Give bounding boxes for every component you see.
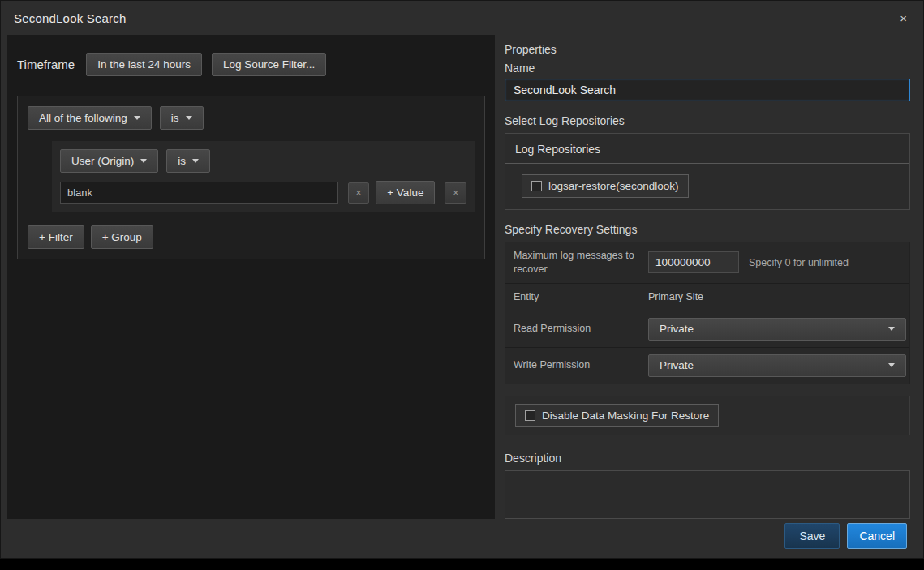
checkbox-unchecked-icon[interactable] — [525, 410, 535, 421]
read-permission-value: Private — [660, 323, 694, 335]
disable-data-masking-checkbox[interactable]: Disable Data Masking For Restore — [515, 404, 719, 427]
timeframe-label: Timeframe — [17, 58, 75, 71]
checkbox-unchecked-icon[interactable] — [531, 181, 542, 191]
screen: SecondLook Search × Timeframe In the las… — [0, 0, 924, 570]
filter-group-header: All of the following is — [28, 106, 475, 130]
filter-rule-header: User (Origin) is — [60, 149, 466, 173]
close-icon[interactable]: × — [896, 11, 910, 26]
write-permission-value: Private — [660, 359, 694, 371]
table-row-write-permission: Write Permission Private — [505, 348, 909, 384]
rule-condition-label: is — [178, 155, 186, 167]
read-permission-label: Read Permission — [505, 315, 648, 342]
data-masking-band: Disable Data Masking For Restore — [505, 396, 910, 435]
max-messages-hint: Specify 0 for unlimited — [749, 257, 849, 268]
log-source-filter-button-label: Log Source Filter... — [223, 58, 315, 71]
repository-checkbox-item[interactable]: logsar-restore(secondlook) — [522, 174, 689, 198]
filter-panel: Timeframe In the last 24 hours Log Sourc… — [7, 35, 495, 519]
repository-item-label: logsar-restore(secondlook) — [548, 180, 679, 192]
group-operator-label: All of the following — [39, 112, 127, 124]
clear-value-icon[interactable]: × — [348, 182, 370, 204]
timeframe-button[interactable]: In the last 24 hours — [86, 53, 202, 76]
table-row-max-messages: Maximum log messages to recover Specify … — [505, 242, 909, 284]
name-input[interactable] — [505, 79, 910, 101]
filter-group-box: All of the following is User (Origin) — [17, 96, 485, 259]
properties-heading: Properties — [505, 43, 910, 56]
read-permission-value-cell: Private — [648, 311, 909, 347]
dialog-footer: Save Cancel — [1, 519, 923, 558]
write-permission-label: Write Permission — [505, 352, 648, 379]
properties-panel: Properties Name Select Log Repositories … — [505, 35, 910, 519]
max-messages-label: Maximum log messages to recover — [505, 242, 648, 283]
max-messages-value-cell: Specify 0 for unlimited — [648, 245, 909, 280]
timeframe-button-label: In the last 24 hours — [97, 58, 191, 71]
chevron-down-icon — [888, 363, 895, 367]
filter-rule-value-row: × + Value × — [60, 181, 466, 204]
group-operator-dropdown[interactable]: All of the following — [28, 106, 152, 130]
add-filter-button-label: + Filter — [39, 231, 73, 243]
log-repositories-box: Log Repositories logsar-restore(secondlo… — [505, 133, 910, 210]
write-permission-dropdown[interactable]: Private — [648, 354, 906, 377]
read-permission-dropdown[interactable]: Private — [648, 318, 906, 341]
entity-value-cell: Primary Site — [648, 285, 909, 309]
save-button[interactable]: Save — [784, 523, 840, 549]
name-label: Name — [505, 62, 910, 75]
max-messages-input[interactable] — [648, 251, 739, 273]
filter-group-actions: + Filter + Group — [28, 225, 475, 249]
log-source-filter-button[interactable]: Log Source Filter... — [212, 53, 326, 76]
table-row-read-permission: Read Permission Private — [505, 311, 909, 348]
chevron-down-icon — [186, 116, 192, 120]
rule-condition-dropdown[interactable]: is — [166, 149, 210, 173]
cancel-button[interactable]: Cancel — [847, 523, 907, 549]
add-value-button[interactable]: + Value — [376, 181, 435, 204]
secondlook-search-dialog: SecondLook Search × Timeframe In the las… — [0, 0, 924, 559]
group-condition-dropdown[interactable]: is — [160, 106, 204, 130]
description-label: Description — [505, 452, 910, 465]
table-row-entity: Entity Primary Site — [505, 284, 909, 311]
chevron-down-icon — [140, 159, 147, 163]
remove-rule-icon[interactable]: × — [445, 182, 466, 204]
rule-field-label: User (Origin) — [71, 155, 134, 167]
rule-value-input[interactable] — [60, 182, 338, 204]
select-log-repositories-label: Select Log Repositories — [505, 114, 910, 127]
chevron-down-icon — [134, 116, 140, 120]
add-group-button[interactable]: + Group — [91, 225, 153, 249]
timeframe-row: Timeframe In the last 24 hours Log Sourc… — [17, 53, 485, 76]
add-filter-button[interactable]: + Filter — [28, 225, 84, 249]
dialog-title: SecondLook Search — [14, 11, 127, 25]
write-permission-value-cell: Private — [648, 348, 909, 384]
recovery-settings-table: Maximum log messages to recover Specify … — [505, 242, 910, 384]
description-textarea[interactable] — [505, 470, 910, 519]
entity-value: Primary Site — [648, 291, 703, 302]
add-value-button-label: + Value — [387, 186, 423, 199]
disable-data-masking-label: Disable Data Masking For Restore — [542, 409, 709, 422]
chevron-down-icon — [192, 159, 199, 163]
dialog-content: Timeframe In the last 24 hours Log Sourc… — [1, 35, 923, 519]
rule-field-dropdown[interactable]: User (Origin) — [60, 149, 158, 173]
dialog-titlebar: SecondLook Search × — [1, 1, 923, 35]
filter-rule-box: User (Origin) is × — [52, 141, 475, 212]
recovery-settings-label: Specify Recovery Settings — [505, 223, 910, 236]
log-repositories-title: Log Repositories — [505, 134, 909, 164]
chevron-down-icon — [888, 327, 895, 331]
add-group-button-label: + Group — [102, 231, 142, 243]
group-condition-label: is — [171, 112, 179, 124]
entity-label: Entity — [505, 284, 648, 311]
